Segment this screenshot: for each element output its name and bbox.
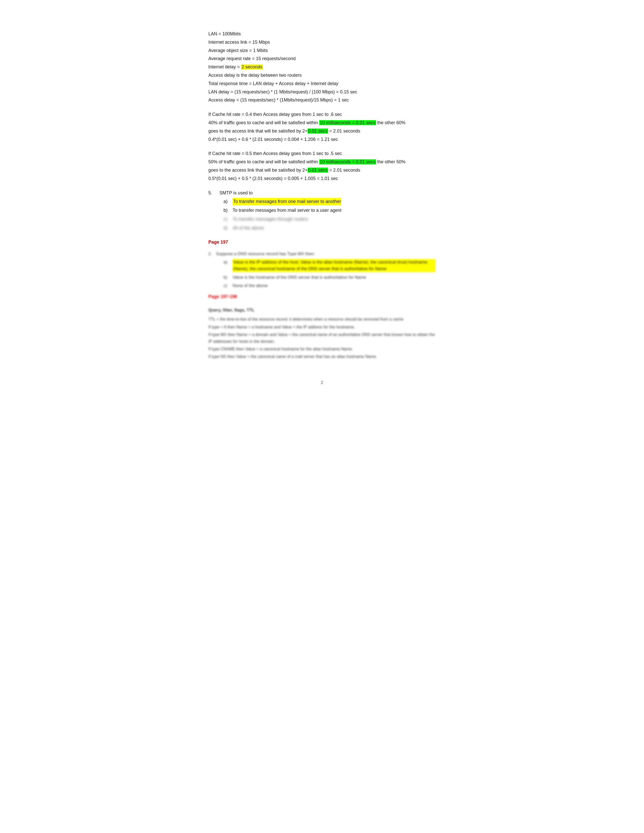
dns-option-b-letter: b) [224,274,233,281]
dns-types-title: Query, filter, flags, TTL [208,307,436,314]
cache04-intro: If Cache hit rate = 0.4 then Access dela… [208,111,436,118]
smtp-option-d-letter: d) [224,224,233,232]
access-link-line: Internet access link = 15 Mbps [208,39,436,46]
cache04-line1-suffix: the other 60% [376,120,406,125]
access-delay-calc-line: Access delay = (15 requests/sec) * (1Mbi… [208,96,436,104]
access-delay-desc-line: Access delay is the delay between two ro… [208,72,436,79]
cache04-line2-highlight: 0.01 secs [308,129,328,133]
dns-options-list: a) Value is the IP address of the host, … [208,259,436,289]
page-content: LAN = 100Mbits Internet access link = 15… [208,30,436,385]
dns-typeA-line: If type = A then Name = a hostname and V… [208,324,436,330]
cache04-line2-prefix: goes to the access link that will be sat… [208,129,308,133]
smtp-option-b-letter: b) [224,207,233,214]
smtp-option-b-text: To transfer messages from mail server to… [233,207,341,214]
request-rate-line: Average request rate = 15 requests/secon… [208,55,436,62]
smtp-option-c: c) To transfer messages through routers [224,215,436,223]
dns-ttl-line: TTL = the time-to-live of the resource r… [208,316,436,323]
cache05-line1: 50% of traffic goes to cache and will be… [208,158,436,166]
cache05-line2: goes to the access link that will be sat… [208,167,436,174]
object-size-line: Average object size = 1 Mbits [208,47,436,54]
total-response-line: Total response time = LAN delay + Access… [208,80,436,87]
cache04-line1: 40% of traffic goes to cache and will be… [208,119,436,127]
dns-option-a-text: Value is the IP address of the host, Val… [233,259,436,272]
section-network-params: LAN = 100Mbits Internet access link = 15… [208,30,436,104]
dns-option-c: c) None of the above [224,283,436,289]
cache04-line1-highlight: 10 milliseconds = 0.01 secs [319,120,376,125]
dns-option-c-letter: c) [224,283,233,289]
smtp-option-a-letter: a) [224,198,233,205]
dns-typeNS-line: If type NS then Value = the canonical na… [208,354,436,360]
cache05-line2-highlight: 0.01 secs [308,167,328,173]
internet-delay-highlight: 2 seconds [241,64,263,69]
dns-option-a-letter: a) [224,259,233,272]
smtp-option-d: d) All of the above [224,224,436,232]
smtp-options-list: a) To transfer messages from one mail se… [208,198,436,232]
cache05-line1-suffix: the other 50% [376,159,406,164]
page-number-1: Page 197 [208,239,436,246]
cache05-line1-highlight: 10 milliseconds = 0.01 secs [319,159,376,164]
cache05-intro: If Cache hit rate = 0.5 then Access dela… [208,150,436,157]
section-cache-05: If Cache hit rate = 0.5 then Access dela… [208,150,436,182]
smtp-title: SMTP is used to [219,189,253,197]
smtp-option-c-text: To transfer messages through routers [233,215,308,223]
section-dns: 2. Suppose a DNS resource record has Typ… [208,251,436,289]
cache04-line2: goes to the access link that will be sat… [208,127,436,135]
cache04-line1-prefix: 40% of traffic goes to cache and will be… [208,120,319,125]
dns-option-b-text: Value is the hostname of the DNS server … [233,274,366,281]
dns-typeMX-line: If type MX then Name = a domain and Valu… [208,331,436,345]
page-footer-number: 2 [208,380,436,385]
smtp-option-a: a) To transfer messages from one mail se… [224,198,436,205]
section-cache-04: If Cache hit rate = 0.4 then Access dela… [208,111,436,143]
smtp-option-b: b) To transfer messages from mail server… [224,207,436,214]
smtp-option-c-letter: c) [224,215,233,223]
cache04-line3: 0.4*(0.01 sec) + 0.6 * (2.01 seconds) = … [208,136,436,143]
dns-typeCNAME-line: If type CNAME then Value = a canonical h… [208,346,436,352]
dns-title: Suppose a DNS resource record has Type M… [216,251,315,257]
dns-option-c-text: None of the above [233,283,268,289]
smtp-option-a-text: To transfer messages from one mail serve… [233,198,341,205]
dns-option-a: a) Value is the IP address of the host, … [224,259,436,272]
dns-number: 2. [208,251,216,257]
page-number-2: Page 197-198 [208,294,436,299]
section-smtp: 5. SMTP is used to a) To transfer messag… [208,189,436,232]
cache05-line2-prefix: goes to the access link that will be sat… [208,167,308,173]
smtp-option-d-text: All of the above [233,224,264,232]
lan-delay-calc-line: LAN delay = (15 requests/sec) * (1 Mbits… [208,88,436,96]
cache04-line2-suffix: = 2.01 seconds [328,129,361,133]
cache05-line1-prefix: 50% of traffic goes to cache and will be… [208,159,319,164]
lan-line: LAN = 100Mbits [208,30,436,38]
cache05-line2-suffix: = 2.01 seconds [328,167,361,173]
smtp-number: 5. [208,189,219,197]
dns-option-b: b) Value is the hostname of the DNS serv… [224,274,436,281]
section-dns-types: Query, filter, flags, TTL TTL = the time… [208,307,436,360]
cache05-line3: 0.5*(0.01 sec) + 0.5 * (2.01 seconds) = … [208,175,436,182]
internet-delay-prefix: Internet delay = [208,64,241,69]
internet-delay-line: Internet delay = 2 seconds [208,63,436,71]
